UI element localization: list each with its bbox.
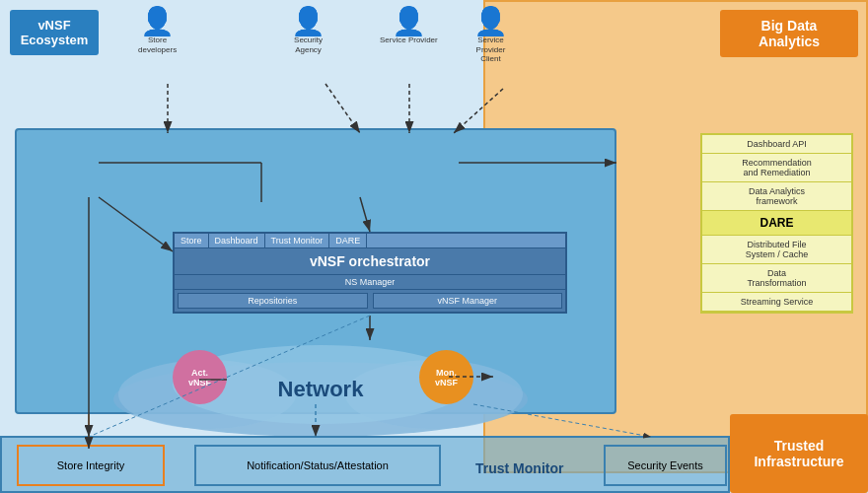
store-developers-label: Store developers	[138, 35, 177, 54]
security-agency-label: Security Agency	[294, 35, 323, 54]
dashboard-api-item: Dashboard API	[702, 135, 851, 154]
mon-vnsf-bubble: Mon.vNSF	[419, 350, 473, 404]
recommendation-item: Recommendationand Remediation	[702, 154, 851, 182]
streaming-service-item: Streaming Service	[702, 293, 851, 312]
data-transform-item: DataTransformation	[702, 264, 851, 293]
service-provider-label: Service Provider	[380, 35, 438, 45]
repositories-item: Repositories	[178, 293, 368, 309]
person-icon-sp: 👤	[392, 8, 426, 35]
notification-label: Notification/Status/Attestation	[247, 459, 389, 471]
big-data-analytics-box: Big Data Analytics	[720, 10, 858, 57]
vnsf-ecosystem-label: vNSF Ecosystem	[21, 18, 89, 47]
network-label: Network	[278, 377, 364, 402]
person-icon-spc: 👤	[473, 8, 508, 35]
trusted-infrastructure-box: Trusted Infrastructure	[730, 414, 868, 493]
orchestrator-title: vNSF orchestrator	[175, 248, 565, 274]
ns-manager-label: NS Manager	[175, 274, 565, 290]
vnsf-manager-item: vNSF Manager	[373, 293, 563, 309]
orchestrator-bottom: Repositories vNSF Manager	[175, 290, 565, 312]
security-events-box: Security Events	[604, 445, 727, 486]
act-vnsf-label: Act.vNSF	[188, 368, 211, 387]
person-store-developers: 👤 Store developers	[138, 8, 177, 54]
right-dare-panel: Dashboard API Recommendationand Remediat…	[700, 133, 853, 314]
notification-box: Notification/Status/Attestation	[194, 445, 441, 486]
sp-client-label: Service Provider Client	[476, 35, 506, 64]
security-events-label: Security Events	[627, 459, 702, 471]
trust-monitor-label: Trust Monitor	[475, 460, 563, 476]
data-analytics-item: Data Analyticsframework	[702, 182, 851, 211]
trusted-infrastructure-label: Trusted Infrastructure	[754, 438, 843, 469]
orch-dare-tab[interactable]: DARE	[329, 234, 367, 247]
orchestrator-tabs: Store Dashboard Trust Monitor DARE	[175, 234, 565, 248]
bottom-trust-area: Store Integrity Notification/Status/Atte…	[0, 436, 730, 493]
dare-label: DARE	[702, 211, 851, 236]
store-integrity-box: Store Integrity	[17, 445, 165, 486]
act-vnsf-bubble: Act.vNSF	[173, 350, 227, 404]
orchestrator-box: Store Dashboard Trust Monitor DARE vNSF …	[173, 232, 567, 314]
big-data-analytics-label: Big Data Analytics	[759, 18, 820, 49]
store-integrity-label: Store Integrity	[57, 459, 124, 471]
person-security-agency: 👤 Security Agency	[291, 8, 326, 54]
person-icon-store-dev: 👤	[140, 8, 175, 35]
person-sp-client: 👤 Service Provider Client	[473, 8, 508, 64]
orch-trust-monitor-tab[interactable]: Trust Monitor	[265, 234, 330, 247]
orch-dashboard-tab[interactable]: Dashboard	[209, 234, 265, 247]
person-service-provider: 👤 Service Provider	[380, 8, 438, 45]
mon-vnsf-label: Mon.vNSF	[435, 368, 458, 387]
vnsf-ecosystem-box: vNSF Ecosystem	[10, 10, 99, 55]
person-icon-security: 👤	[291, 8, 326, 35]
orch-store-tab[interactable]: Store	[175, 234, 209, 247]
distributed-fs-item: Distributed FileSystem / Cache	[702, 236, 851, 264]
